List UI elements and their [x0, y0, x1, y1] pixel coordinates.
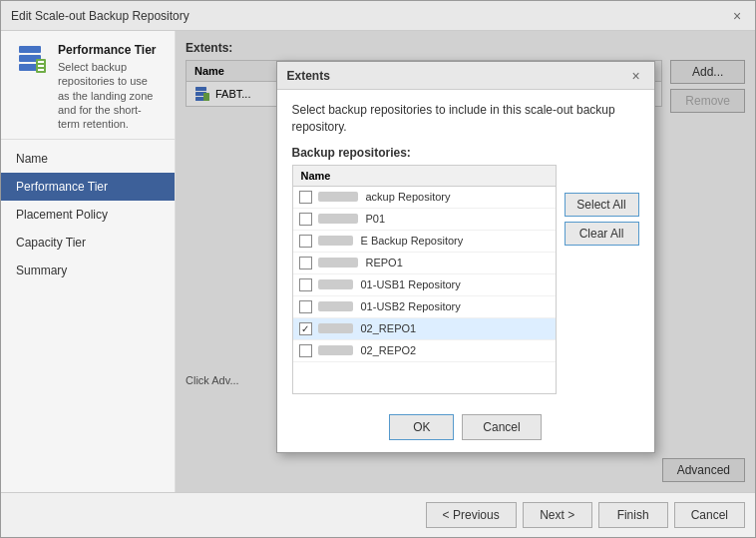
repo-list: Name ackup Repository P01 [292, 165, 557, 394]
previous-button[interactable]: < Previous [426, 502, 517, 528]
blurred-name-1 [318, 192, 358, 202]
repo-name-3: E Backup Repository [361, 235, 464, 247]
main-window: Edit Scale-out Backup Repository × Perfo… [0, 0, 756, 538]
list-item[interactable]: ackup Repository [293, 187, 556, 209]
modal-footer: OK Cancel [277, 406, 654, 452]
next-button[interactable]: Next > [523, 502, 592, 528]
sidebar-header-desc: Select backup repositories to use as the… [58, 60, 160, 131]
checkbox-2[interactable] [299, 213, 312, 226]
modal-cancel-button[interactable]: Cancel [462, 414, 541, 440]
svg-rect-0 [19, 46, 41, 53]
clear-all-button[interactable]: Clear All [565, 222, 639, 246]
database-icon [16, 43, 48, 75]
repo-name-5: 01-USB1 Repository [361, 278, 461, 290]
window-title: Edit Scale-out Backup Repository [11, 9, 189, 23]
blurred-name-7 [318, 323, 353, 333]
sidebar-item-placement-policy[interactable]: Placement Policy [1, 201, 175, 229]
modal-side-buttons: Select All Clear All [565, 165, 639, 394]
main-area: Extents: Name [176, 31, 755, 492]
modal-sub-label: Backup repositories: [292, 146, 639, 160]
list-item[interactable]: E Backup Repository [293, 231, 556, 253]
finish-button[interactable]: Finish [598, 502, 668, 528]
modal-title-bar: Extents × [277, 62, 654, 90]
window-close-button[interactable]: × [729, 8, 745, 24]
svg-rect-6 [38, 69, 44, 71]
extents-modal: Extents × Select backup repositories to … [276, 61, 655, 453]
modal-list-container: Name ackup Repository P01 [292, 165, 639, 394]
checkbox-6[interactable] [299, 300, 312, 313]
repo-name-2: P01 [366, 213, 386, 225]
sidebar-header-info: Performance Tier Select backup repositor… [58, 43, 160, 131]
checkbox-1[interactable] [299, 191, 312, 204]
blurred-name-8 [318, 345, 353, 355]
sidebar-header: Performance Tier Select backup repositor… [1, 31, 175, 140]
repo-name-1: ackup Repository [366, 191, 451, 203]
checkbox-3[interactable] [299, 235, 312, 248]
svg-rect-5 [38, 65, 44, 67]
main-content: Performance Tier Select backup repositor… [1, 31, 755, 492]
blurred-name-4 [318, 258, 358, 268]
modal-description: Select backup repositories to include in… [292, 102, 639, 136]
blurred-name-2 [318, 214, 358, 224]
blurred-name-5 [318, 279, 353, 289]
list-item[interactable]: REPO1 [293, 253, 556, 274]
repo-name-8: 02_REPO2 [361, 344, 417, 356]
sidebar-item-name[interactable]: Name [1, 145, 175, 173]
modal-title: Extents [287, 69, 330, 83]
checkbox-5[interactable] [299, 278, 312, 291]
sidebar-item-performance-tier[interactable]: Performance Tier [1, 173, 175, 201]
blurred-name-6 [318, 301, 353, 311]
modal-overlay: Extents × Select backup repositories to … [176, 31, 755, 492]
bottom-bar: < Previous Next > Finish Cancel [1, 492, 755, 537]
list-item[interactable]: P01 [293, 209, 556, 231]
repo-name-6: 01-USB2 Repository [361, 300, 461, 312]
modal-ok-button[interactable]: OK [389, 414, 454, 440]
list-item[interactable]: 01-USB1 Repository [293, 274, 556, 296]
cancel-button[interactable]: Cancel [674, 502, 745, 528]
sidebar-nav: Name Performance Tier Placement Policy C… [1, 140, 175, 289]
list-item[interactable]: 02_REPO2 [293, 340, 556, 362]
checkbox-7[interactable] [299, 322, 312, 335]
title-bar: Edit Scale-out Backup Repository × [1, 1, 755, 31]
list-item[interactable]: 01-USB2 Repository [293, 296, 556, 318]
sidebar-item-summary[interactable]: Summary [1, 257, 175, 284]
sidebar-item-capacity-tier[interactable]: Capacity Tier [1, 229, 175, 257]
modal-close-button[interactable]: × [628, 68, 644, 84]
checkbox-4[interactable] [299, 257, 312, 269]
list-item-checked[interactable]: 02_REPO1 [293, 318, 556, 340]
sidebar-header-title: Performance Tier [58, 43, 160, 57]
repo-list-header: Name [293, 166, 556, 187]
modal-body: Select backup repositories to include in… [277, 90, 654, 406]
sidebar: Performance Tier Select backup repositor… [1, 31, 176, 492]
blurred-name-3 [318, 236, 353, 246]
repo-name-7: 02_REPO1 [361, 322, 417, 334]
svg-rect-4 [38, 61, 44, 63]
checkbox-8[interactable] [299, 344, 312, 357]
repo-name-4: REPO1 [366, 257, 403, 269]
select-all-button[interactable]: Select All [565, 193, 639, 217]
